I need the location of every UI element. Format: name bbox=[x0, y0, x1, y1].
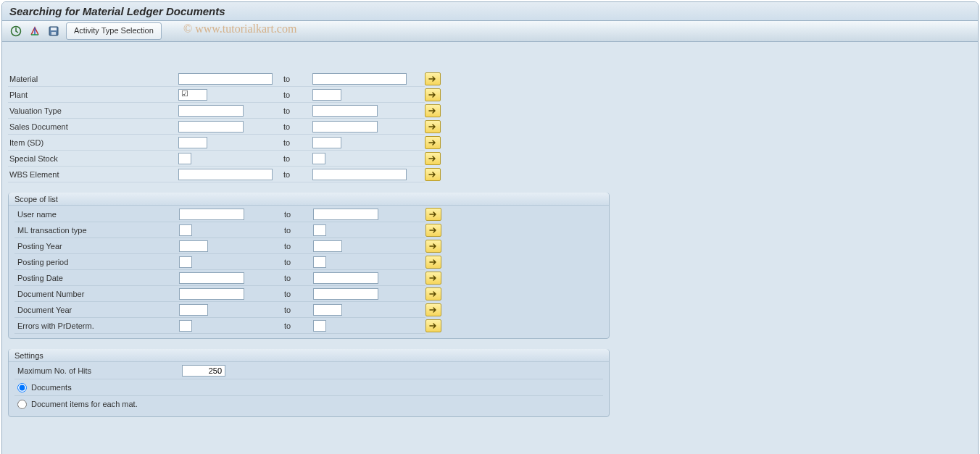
main-material-multiple-selection-button[interactable] bbox=[425, 72, 441, 85]
scope-label-document-year: Document Year bbox=[14, 302, 179, 318]
scope-user-name-from-input[interactable] bbox=[179, 209, 244, 220]
scope-row-ml-transaction-type: ML transaction type to bbox=[14, 222, 603, 238]
scope-row-document-number: Document Number to bbox=[14, 286, 603, 302]
main-sales-document-to-input[interactable] bbox=[312, 121, 378, 133]
watermark-text: © www.tutorialkart.com bbox=[183, 22, 296, 35]
main-row-material: Material to bbox=[8, 71, 972, 87]
scope-row-posting-period: Posting period to bbox=[14, 254, 603, 270]
activity-type-selection-button[interactable]: Activity Type Selection bbox=[66, 22, 162, 40]
scope-document-year-from-input[interactable] bbox=[179, 304, 208, 316]
scope-label-ml-transaction-type: ML transaction type bbox=[14, 222, 179, 238]
scope-errors-with-prdeterm-to-input[interactable] bbox=[313, 320, 326, 332]
scope-errors-with-prdeterm-multiple-selection-button[interactable] bbox=[425, 319, 441, 332]
to-label: to bbox=[284, 302, 313, 318]
scope-document-year-multiple-selection-button[interactable] bbox=[425, 303, 441, 316]
scope-row-errors-with-prdeterm: Errors with PrDeterm. to bbox=[14, 318, 603, 334]
main-item-sd-from-input[interactable] bbox=[178, 137, 207, 148]
main-label-plant: Plant bbox=[8, 87, 178, 103]
scope-label-user-name: User name bbox=[14, 206, 179, 222]
main-special-stock-to-input[interactable] bbox=[312, 153, 325, 164]
main-label-wbs-element: WBS Element bbox=[8, 167, 178, 182]
scope-label-posting-year: Posting Year bbox=[14, 238, 179, 254]
scope-row-posting-year: Posting Year to bbox=[14, 238, 603, 254]
to-label: to bbox=[283, 71, 312, 87]
scope-document-year-to-input[interactable] bbox=[313, 304, 342, 316]
main-label-item-sd: Item (SD) bbox=[8, 135, 178, 151]
main-sales-document-multiple-selection-button[interactable] bbox=[425, 120, 441, 133]
scope-user-name-multiple-selection-button[interactable] bbox=[425, 208, 441, 221]
main-row-wbs-element: WBS Element to bbox=[8, 167, 972, 182]
scope-row-user-name: User name to bbox=[14, 206, 603, 222]
scope-of-list-group: Scope of list User name to ML transactio… bbox=[8, 193, 610, 339]
scope-posting-year-to-input[interactable] bbox=[313, 240, 342, 252]
app-frame: Searching for Material Ledger Documents … bbox=[1, 1, 979, 454]
scope-document-number-to-input[interactable] bbox=[313, 288, 378, 300]
to-label: to bbox=[283, 87, 312, 103]
scope-user-name-to-input[interactable] bbox=[313, 209, 378, 220]
save-icon[interactable] bbox=[47, 25, 60, 38]
main-row-item-sd: Item (SD) to bbox=[8, 135, 972, 151]
main-label-material: Material bbox=[8, 71, 178, 87]
scope-posting-period-from-input[interactable] bbox=[179, 256, 192, 268]
settings-legend: Settings bbox=[9, 349, 609, 362]
main-row-special-stock: Special Stock to bbox=[8, 151, 972, 167]
main-item-sd-to-input[interactable] bbox=[312, 137, 341, 148]
radio-document-items[interactable] bbox=[17, 400, 27, 409]
scope-posting-year-from-input[interactable] bbox=[179, 240, 208, 252]
to-label: to bbox=[283, 135, 312, 151]
scope-posting-date-from-input[interactable] bbox=[179, 272, 244, 284]
main-special-stock-from-input[interactable] bbox=[178, 153, 191, 164]
to-label: to bbox=[283, 151, 312, 167]
scope-label-errors-with-prdeterm: Errors with PrDeterm. bbox=[14, 318, 179, 334]
main-label-special-stock: Special Stock bbox=[8, 151, 178, 167]
main-valuation-type-multiple-selection-button[interactable] bbox=[425, 104, 441, 117]
to-label: to bbox=[284, 238, 313, 254]
to-label: to bbox=[283, 103, 312, 119]
main-wbs-element-multiple-selection-button[interactable] bbox=[425, 168, 441, 181]
max-hits-input[interactable] bbox=[182, 365, 225, 377]
to-label: to bbox=[284, 206, 313, 222]
main-material-from-input[interactable] bbox=[178, 73, 273, 85]
main-row-sales-document: Sales Document to bbox=[8, 119, 972, 135]
main-plant-multiple-selection-button[interactable] bbox=[425, 88, 441, 101]
svg-rect-3 bbox=[51, 32, 56, 35]
scope-row-posting-date: Posting Date to bbox=[14, 270, 603, 286]
selection-block-main: Material to Plant ☑ to Valuation Type bbox=[8, 71, 972, 182]
scope-label-posting-date: Posting Date bbox=[14, 270, 179, 286]
scope-document-number-multiple-selection-button[interactable] bbox=[425, 287, 441, 300]
scope-errors-with-prdeterm-from-input[interactable] bbox=[179, 320, 192, 332]
scope-posting-period-multiple-selection-button[interactable] bbox=[425, 256, 441, 269]
scope-posting-date-multiple-selection-button[interactable] bbox=[425, 272, 441, 285]
main-plant-from-input[interactable] bbox=[178, 89, 207, 101]
main-valuation-type-to-input[interactable] bbox=[312, 105, 378, 117]
variant-icon[interactable] bbox=[28, 25, 41, 38]
main-sales-document-from-input[interactable] bbox=[178, 121, 244, 133]
scope-posting-date-to-input[interactable] bbox=[313, 272, 378, 284]
scope-ml-transaction-type-multiple-selection-button[interactable] bbox=[425, 224, 441, 237]
main-valuation-type-from-input[interactable] bbox=[178, 105, 244, 117]
execute-icon[interactable] bbox=[9, 25, 22, 38]
to-label: to bbox=[283, 119, 312, 135]
main-wbs-element-from-input[interactable] bbox=[178, 169, 273, 180]
page-title: Searching for Material Ledger Documents bbox=[2, 2, 978, 21]
main-material-to-input[interactable] bbox=[312, 73, 407, 85]
to-label: to bbox=[284, 270, 313, 286]
main-wbs-element-to-input[interactable] bbox=[312, 169, 407, 180]
scope-posting-period-to-input[interactable] bbox=[313, 256, 326, 268]
selection-screen: Material to Plant ☑ to Valuation Type bbox=[2, 42, 978, 454]
scope-ml-transaction-type-from-input[interactable] bbox=[179, 224, 192, 236]
radio-documents[interactable] bbox=[17, 383, 27, 392]
scope-row-document-year: Document Year to bbox=[14, 302, 603, 318]
to-label: to bbox=[284, 286, 313, 302]
scope-legend: Scope of list bbox=[9, 193, 609, 206]
to-label: to bbox=[283, 167, 312, 182]
to-label: to bbox=[284, 318, 313, 334]
radio-document-items-label: Document items for each mat. bbox=[31, 400, 138, 408]
scope-posting-year-multiple-selection-button[interactable] bbox=[425, 240, 441, 253]
scope-document-number-from-input[interactable] bbox=[179, 288, 244, 300]
settings-group: Settings Maximum No. of Hits Documents D… bbox=[8, 349, 610, 417]
main-plant-to-input[interactable] bbox=[312, 89, 341, 101]
main-item-sd-multiple-selection-button[interactable] bbox=[425, 136, 441, 149]
scope-ml-transaction-type-to-input[interactable] bbox=[313, 224, 326, 236]
main-special-stock-multiple-selection-button[interactable] bbox=[425, 152, 441, 165]
